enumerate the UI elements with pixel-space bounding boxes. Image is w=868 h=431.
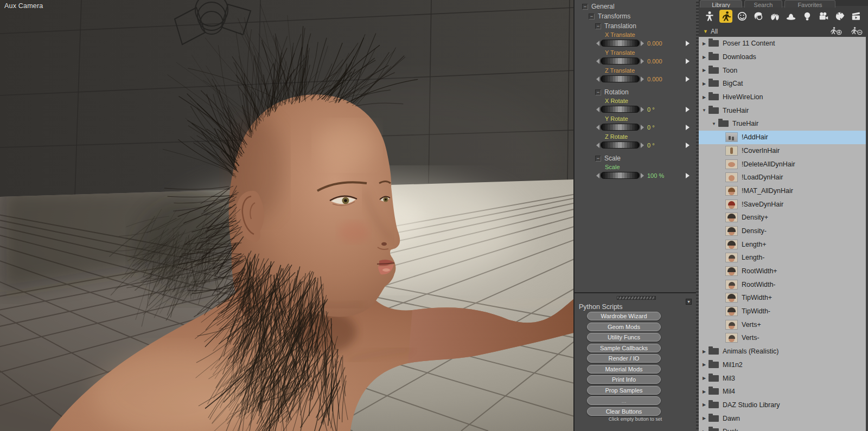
tree-row-tipwidth[interactable]: TipWidth+ [699, 291, 866, 305]
dial-value-y-rotate[interactable]: 0 ° [647, 124, 670, 131]
dial-slider-y-rotate[interactable] [601, 124, 640, 131]
category-hair-icon[interactable] [752, 10, 765, 23]
expand-triangle-icon[interactable]: ▶ [701, 41, 707, 46]
chevron-down-icon[interactable]: ▼ [703, 29, 708, 34]
dial-slider-z-rotate[interactable] [601, 141, 640, 149]
section-header-rotation[interactable]: −Rotation [595, 88, 696, 96]
expand-triangle-icon[interactable]: ▶ [701, 81, 707, 86]
category-cameras-icon[interactable] [817, 10, 830, 23]
dial-increment-arrow[interactable] [641, 173, 644, 178]
dial-decrement-arrow[interactable] [596, 59, 599, 64]
3d-viewport[interactable]: Aux Camera [0, 0, 573, 431]
section-header-scale[interactable]: −Scale [595, 155, 696, 162]
expand-triangle-icon[interactable]: ▶ [701, 416, 707, 421]
tree-row-length[interactable]: Length+ [699, 237, 866, 251]
script-button-sample-callbacks[interactable]: Sample Callbacks [587, 344, 661, 352]
tree-row-mil4[interactable]: ▶Mil4 [699, 385, 866, 398]
expand-triangle-icon[interactable]: ▶ [701, 349, 707, 354]
dial-increment-arrow[interactable] [641, 125, 644, 130]
dial-increment-arrow[interactable] [641, 76, 644, 82]
expand-triangle-icon[interactable]: ▶ [701, 95, 707, 100]
tree-row-density[interactable]: Density- [699, 224, 866, 238]
script-button-print-info[interactable]: Print Info [587, 375, 661, 384]
dial-value-z-translate[interactable]: 0.000 [647, 76, 670, 82]
dial-menu-arrow[interactable] [686, 76, 690, 82]
tree-row-mil3[interactable]: ▶Mil3 [699, 371, 866, 385]
tree-row-tipwidth[interactable]: TipWidth- [699, 305, 866, 318]
expand-triangle-icon[interactable]: ▶ [701, 376, 707, 381]
tree-row-dusk[interactable]: ▶Dusk [699, 425, 866, 431]
palette-drag-handle[interactable] [617, 296, 656, 300]
section-header-general[interactable]: −General [582, 3, 696, 10]
dial-decrement-arrow[interactable] [596, 107, 599, 112]
script-button-material-mods[interactable]: Material Mods [587, 365, 661, 374]
expand-triangle-icon[interactable]: ▶ [701, 389, 707, 394]
expand-triangle-icon[interactable]: ▶ [701, 402, 707, 407]
library-filter-all[interactable]: All [711, 28, 718, 35]
script-button-render-io[interactable]: Render / IO [587, 354, 661, 363]
dial-increment-arrow[interactable] [641, 107, 644, 112]
category-props-icon[interactable] [784, 10, 797, 23]
dial-slider-x-rotate[interactable] [601, 106, 640, 113]
tree-row-bigcat[interactable]: ▶BigCat [699, 77, 866, 91]
tree-row-verts[interactable]: Verts- [699, 331, 866, 345]
remove-from-library-icon[interactable] [851, 27, 863, 37]
script-button-geom-mods[interactable]: Geom Mods [587, 323, 661, 331]
dial-menu-arrow[interactable] [686, 107, 690, 112]
tree-row-truehair[interactable]: ▼TrueHair [699, 104, 866, 117]
tree-row-animals-realistic[interactable]: ▶Animals (Realistic) [699, 345, 866, 358]
dial-value-scale[interactable]: 100 % [647, 172, 670, 179]
expand-triangle-icon[interactable]: ▶ [701, 55, 707, 60]
section-header-transforms[interactable]: −Transforms [589, 12, 696, 20]
tree-row-rootwidth[interactable]: RootWidth- [699, 278, 866, 291]
tree-row-deletealldynhair[interactable]: !DeleteAllDynHair [699, 157, 866, 171]
tree-row-coverinhair[interactable]: !CoverInHair [699, 144, 866, 158]
script-button-wardrobe-wizard[interactable]: Wardrobe Wizard [587, 312, 661, 320]
tree-row-truehair[interactable]: ▼TrueHair [699, 117, 866, 131]
tree-row-downloads[interactable]: ▶Downloads [699, 50, 866, 64]
tree-row-dawn[interactable]: ▶Dawn [699, 411, 866, 425]
dial-value-y-translate[interactable]: 0.000 [647, 58, 670, 65]
tree-row-verts[interactable]: Verts+ [699, 318, 866, 331]
dial-menu-arrow[interactable] [686, 41, 690, 46]
dial-decrement-arrow[interactable] [596, 76, 599, 82]
tree-row-density[interactable]: Density+ [699, 211, 866, 224]
expand-triangle-icon[interactable]: ▶ [701, 68, 707, 73]
add-to-library-icon[interactable] [830, 27, 842, 37]
category-figures-icon[interactable] [703, 10, 716, 23]
dial-decrement-arrow[interactable] [596, 125, 599, 130]
collapse-icon[interactable]: − [595, 23, 601, 29]
dial-slider-y-translate[interactable] [601, 57, 640, 65]
collapse-icon[interactable]: − [595, 156, 601, 162]
dial-value-x-translate[interactable]: 0.000 [647, 40, 670, 47]
dial-menu-arrow[interactable] [686, 173, 690, 178]
tree-row-savedynhair[interactable]: !SaveDynHair [699, 197, 866, 211]
tree-row-daz-studio-library[interactable]: ▶DAZ Studio Library [699, 398, 866, 412]
section-header-translation[interactable]: −Translation [595, 22, 696, 30]
collapse-triangle-icon[interactable]: ▼ [711, 121, 717, 126]
category-materials-icon[interactable] [833, 10, 846, 23]
category-expressions-icon[interactable] [736, 10, 749, 23]
category-hands-icon[interactable] [768, 10, 781, 23]
script-button-prop-samples[interactable]: Prop Samples [587, 386, 661, 395]
dial-increment-arrow[interactable] [641, 59, 644, 64]
dial-slider-z-translate[interactable] [601, 75, 640, 82]
tree-row-addhair[interactable]: !AddHair [699, 131, 866, 144]
palette-menu-button[interactable]: ▾ [686, 299, 692, 305]
tree-row-poser-11-content[interactable]: ▶Poser 11 Content [699, 37, 866, 50]
dial-menu-arrow[interactable] [686, 143, 690, 148]
script-button-utility-funcs[interactable]: Utility Funcs [587, 333, 661, 342]
dial-increment-arrow[interactable] [641, 41, 644, 46]
dial-decrement-arrow[interactable] [596, 143, 599, 148]
dial-slider-scale[interactable] [601, 172, 640, 179]
script-button-clear-buttons[interactable]: Clear Buttons [587, 407, 661, 416]
dial-menu-arrow[interactable] [686, 125, 690, 130]
collapse-triangle-icon[interactable]: ▼ [701, 108, 707, 113]
dial-decrement-arrow[interactable] [596, 41, 599, 46]
tree-row-length[interactable]: Length- [699, 251, 866, 265]
collapse-icon[interactable]: − [595, 89, 601, 95]
category-poses-icon[interactable] [719, 10, 732, 23]
expand-triangle-icon[interactable]: ▶ [701, 362, 707, 367]
dial-value-z-rotate[interactable]: 0 ° [647, 142, 670, 149]
tree-row-toon[interactable]: ▶Toon [699, 63, 866, 77]
